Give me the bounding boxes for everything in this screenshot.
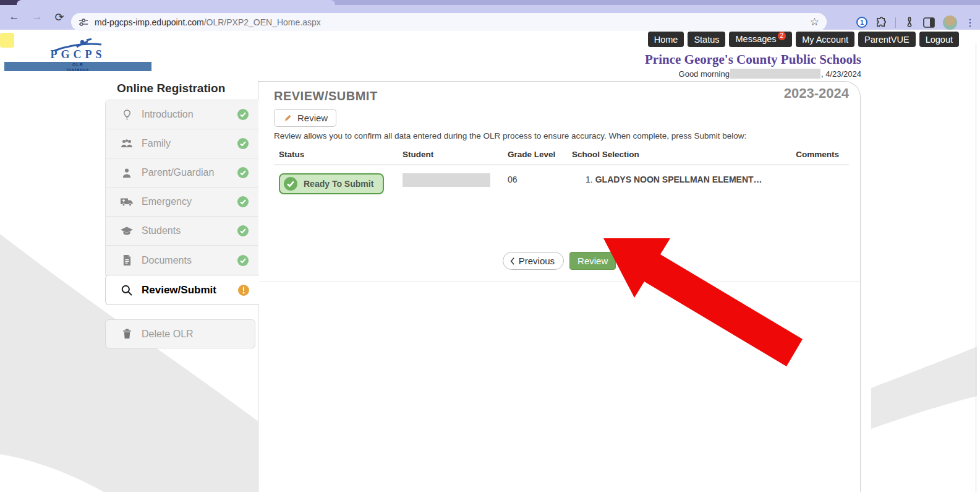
- check-circle-icon: [237, 109, 249, 120]
- review-table: Status Student Grade Level School Select…: [274, 150, 849, 194]
- browser-menu-icon[interactable]: ⋮: [965, 17, 975, 28]
- table-header-row: Status Student Grade Level School Select…: [274, 150, 849, 165]
- pencil-icon: [283, 113, 292, 123]
- url-text[interactable]: md-pgcps-imp.edupoint.com/OLR/PXP2_OEN_H…: [95, 17, 805, 27]
- sidebar-item-label: Review/Submit: [142, 284, 238, 296]
- sidebar-item-label: Documents: [142, 255, 237, 266]
- trash-icon: [119, 329, 134, 339]
- profile-avatar[interactable]: [943, 15, 957, 30]
- nav-home-label: Home: [654, 35, 678, 45]
- sidebar-item-family[interactable]: Family: [106, 129, 258, 158]
- lightbulb-icon: [119, 108, 134, 121]
- sidebar-item-emergency[interactable]: Emergency: [106, 188, 258, 217]
- student-cell: [398, 173, 503, 187]
- pgcps-logo[interactable]: PGCPS OLR Instance: [4, 38, 151, 71]
- greeting-prefix: Good morning: [679, 69, 730, 79]
- nav-status-label: Status: [694, 35, 719, 45]
- sidebar-item-label: Family: [142, 138, 237, 149]
- alert-circle-icon: [238, 285, 249, 296]
- page-body: PGCPS OLR Instance Home Status Messages2…: [0, 30, 980, 492]
- password-extension-icon[interactable]: 1: [856, 17, 867, 28]
- labs-flask-icon[interactable]: [904, 17, 915, 28]
- greeting-line: Good morning , 4/23/2024: [679, 69, 861, 79]
- previous-button-label: Previous: [519, 256, 555, 266]
- side-panel-icon[interactable]: [923, 17, 935, 28]
- sidebar-item-review-submit[interactable]: Review/Submit: [105, 275, 259, 305]
- col-header-status: Status: [274, 150, 398, 159]
- logo-line1: OLR: [4, 63, 151, 67]
- school-cell: 1.GLADYS NOON SPELLMAN ELEMENT…: [567, 173, 765, 184]
- forward-icon[interactable]: →: [30, 11, 44, 23]
- submit-review-button[interactable]: Review: [569, 252, 616, 270]
- review-button[interactable]: Review: [274, 109, 336, 127]
- sidebar-item-label: Parent/Guardian: [142, 167, 237, 178]
- table-row: Ready To Submit 06 1.GLADYS NOON SPELLMA…: [274, 173, 849, 194]
- grad-cap-icon: [119, 226, 134, 236]
- sidebar-item-parent-guardian[interactable]: Parent/Guardian: [106, 158, 258, 188]
- nav-messages-label: Messages: [735, 34, 776, 44]
- address-bar[interactable]: md-pgcps-imp.edupoint.com/OLR/PXP2_OEN_H…: [71, 13, 827, 31]
- ambulance-icon: [119, 197, 134, 207]
- school-year: 2023-2024: [784, 85, 849, 101]
- reload-icon[interactable]: ⟳: [53, 11, 66, 24]
- greeting-date: , 4/23/2024: [821, 69, 861, 79]
- content-panel: REVIEW/SUBMIT 2023-2024 Review Review al…: [258, 81, 861, 492]
- page-right-edge: [976, 43, 976, 492]
- sidebar-item-label: Emergency: [142, 196, 237, 207]
- redacted-user-name: [730, 69, 820, 79]
- sidebar-item-label: Delete OLR: [142, 329, 245, 340]
- chevron-left-icon: [509, 257, 515, 265]
- check-circle-icon: [237, 196, 249, 207]
- check-circle-icon: [237, 225, 249, 236]
- browser-toolbar: ← → ⟳ md-pgcps-imp.edupoint.com/OLR/PXP2…: [0, 5, 980, 30]
- bookmark-star-icon[interactable]: ☆: [810, 15, 819, 28]
- search-icon: [119, 284, 134, 296]
- url-path: /OLR/PXP2_OEN_Home.aspx: [204, 17, 321, 27]
- nav-messages-button[interactable]: Messages2: [729, 32, 792, 47]
- ready-to-submit-badge: Ready To Submit: [279, 173, 384, 194]
- col-header-school: School Selection: [567, 150, 765, 159]
- grade-cell: 06: [503, 173, 567, 184]
- site-settings-icon[interactable]: [79, 17, 88, 27]
- nav-my-account-label: My Account: [802, 35, 848, 45]
- previous-button[interactable]: Previous: [503, 252, 564, 270]
- school-name: GLADYS NOON SPELLMAN ELEMENT…: [595, 175, 762, 184]
- check-circle-icon: [284, 177, 297, 191]
- sidebar-item-delete-olr[interactable]: Delete OLR: [105, 319, 255, 348]
- nav-my-account-button[interactable]: My Account: [796, 32, 854, 47]
- status-cell: Ready To Submit: [274, 173, 398, 194]
- person-icon: [119, 168, 134, 178]
- back-icon[interactable]: ←: [7, 11, 21, 23]
- extensions-puzzle-icon[interactable]: [876, 17, 887, 28]
- sidebar-item-documents[interactable]: Documents: [106, 246, 258, 275]
- check-circle-icon: [237, 167, 249, 178]
- nav-home-button[interactable]: Home: [648, 32, 684, 47]
- col-header-student: Student: [398, 150, 503, 159]
- sidebar-title: Online Registration: [117, 82, 225, 95]
- sidebar-item-label: Introduction: [142, 109, 237, 120]
- messages-count-badge: 2: [778, 32, 786, 40]
- nav-logout-label: Logout: [926, 35, 953, 45]
- logo-instance-bar: OLR Instance: [4, 62, 151, 71]
- check-circle-icon: [237, 255, 249, 266]
- logo-word: PGCPS: [4, 48, 151, 61]
- sidebar-item-introduction[interactable]: Introduction: [106, 100, 258, 129]
- url-domain: md-pgcps-imp.edupoint.com: [95, 17, 204, 27]
- logo-line2: Instance: [4, 67, 151, 72]
- check-circle-icon: [237, 138, 249, 149]
- family-icon: [119, 139, 134, 149]
- sidebar-item-students[interactable]: Students: [106, 217, 258, 246]
- nav-parentvue-label: ParentVUE: [864, 35, 910, 45]
- browser-tab-strip: [0, 0, 980, 5]
- action-row: Previous Review: [258, 252, 860, 270]
- status-text: Ready To Submit: [304, 179, 373, 189]
- sidebar-item-label: Students: [142, 225, 237, 236]
- sidebar-nav: Introduction Family Parent/Guardian Emer…: [105, 100, 258, 275]
- extension-cluster: 1 ⋮: [856, 10, 975, 35]
- nav-status-button[interactable]: Status: [688, 32, 725, 47]
- page-title: REVIEW/SUBMIT: [274, 89, 378, 103]
- document-icon: [119, 254, 134, 266]
- browser-active-tab[interactable]: [17, 0, 335, 5]
- school-number: 1.: [586, 175, 593, 184]
- review-description: Review allows you to confirm all data en…: [274, 131, 746, 140]
